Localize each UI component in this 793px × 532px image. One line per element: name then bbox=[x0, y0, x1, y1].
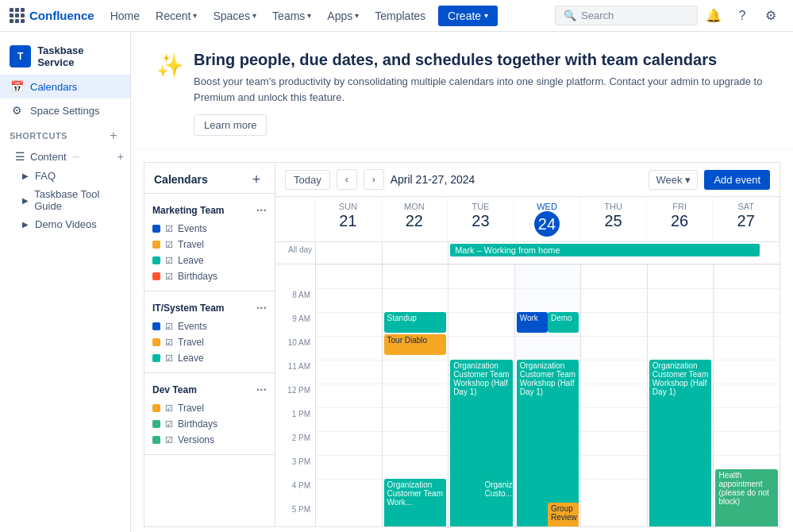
top-navigation: Confluence Home Recent ▾ Spaces ▾ Teams … bbox=[0, 0, 793, 32]
cal-item-marketing-events[interactable]: ☑ Events bbox=[144, 221, 275, 237]
nav-apps[interactable]: Apps ▾ bbox=[321, 6, 365, 25]
calendar-body-scroll[interactable]: 8 AM 9 AM 10 AM 11 AM 12 PM 1 PM 2 PM 3 … bbox=[275, 264, 780, 526]
nav-recent[interactable]: Recent ▾ bbox=[149, 6, 203, 25]
space-logo: T bbox=[10, 45, 31, 67]
day-col-tue[interactable]: Organization Customer Team Workshop (Hal… bbox=[448, 264, 514, 526]
cal-item-marketing-birthdays[interactable]: ☑ Birthdays bbox=[144, 268, 275, 284]
date-range-label: April 21-27, 2024 bbox=[391, 173, 643, 186]
calendar-main: Today ‹ › April 21-27, 2024 Week ▾ Add e… bbox=[275, 162, 780, 527]
time-column: 8 AM 9 AM 10 AM 11 AM 12 PM 1 PM 2 PM 3 … bbox=[275, 264, 315, 526]
event-work[interactable]: Work bbox=[517, 312, 548, 333]
it-events-dot bbox=[152, 322, 160, 330]
sidebar-item-calendars[interactable]: 📅 Calendars bbox=[0, 75, 130, 98]
search-bar[interactable]: 🔍 Search bbox=[555, 6, 698, 25]
it-leave-dot bbox=[152, 354, 160, 362]
cal-item-dev-versions[interactable]: ☑ Versions bbox=[144, 432, 275, 448]
birthdays-color-dot bbox=[152, 272, 160, 280]
nav-spaces[interactable]: Spaces ▾ bbox=[206, 6, 263, 25]
day-col-sun[interactable] bbox=[315, 264, 382, 526]
event-org-workshop-fri[interactable]: Organization Customer Team Workshop (Hal… bbox=[649, 360, 712, 526]
dev-team-more-icon[interactable]: ··· bbox=[256, 383, 267, 397]
nav-templates[interactable]: Templates bbox=[368, 6, 432, 25]
cal-item-label: Leave bbox=[178, 255, 204, 266]
checkbox-icon: ☑ bbox=[165, 403, 173, 414]
settings-button[interactable]: ⚙ bbox=[758, 3, 783, 29]
day-col-fri[interactable]: Organization Customer Team Workshop (Hal… bbox=[647, 264, 714, 526]
time-9am: 9 AM bbox=[275, 312, 315, 336]
checkbox-icon: ☑ bbox=[165, 419, 173, 430]
cal-item-it-travel[interactable]: ☑ Travel bbox=[144, 334, 275, 350]
nav-teams[interactable]: Teams ▾ bbox=[266, 6, 318, 25]
event-health-appointment[interactable]: Health appointment (please do not block) bbox=[715, 469, 778, 526]
prev-week-button[interactable]: ‹ bbox=[337, 169, 357, 190]
event-org-workshop-mon[interactable]: Organization Customer Team Work... bbox=[384, 479, 447, 526]
events-color-dot bbox=[152, 225, 160, 233]
dev-birthdays-dot bbox=[152, 420, 160, 428]
event-standup[interactable]: Standup bbox=[384, 312, 447, 333]
cal-item-marketing-travel[interactable]: ☑ Travel bbox=[144, 237, 275, 253]
time-corner bbox=[275, 197, 315, 241]
promo-content: Bring people, due dates, and schedules t… bbox=[194, 51, 768, 136]
day-col-wed[interactable]: Work Demo Organization Customer Team Wor… bbox=[514, 264, 581, 526]
event-org-workshop-wed[interactable]: Organization Customer Team Workshop (Hal… bbox=[517, 360, 579, 526]
app-layout: T Taskbase Service 📅 Calendars ⚙ Space S… bbox=[0, 32, 793, 532]
all-day-cell-sun bbox=[315, 242, 382, 264]
event-title: Group Review bbox=[551, 504, 577, 522]
marketing-team-more-icon[interactable]: ··· bbox=[256, 203, 267, 218]
it-system-team-group: IT/System Team ··· ☑ Events ☑ Travel bbox=[144, 291, 275, 373]
marketing-team-header: Marketing Team ··· bbox=[144, 200, 275, 221]
time-1pm: 1 PM bbox=[275, 407, 315, 431]
cal-item-dev-birthdays[interactable]: ☑ Birthdays bbox=[144, 416, 275, 432]
learn-more-button[interactable]: Learn more bbox=[194, 114, 267, 136]
cal-item-marketing-leave[interactable]: ☑ Leave bbox=[144, 253, 275, 268]
add-calendar-button[interactable]: + bbox=[248, 171, 265, 188]
add-event-button[interactable]: Add event bbox=[704, 170, 770, 190]
week-view-button[interactable]: Week ▾ bbox=[649, 170, 698, 190]
time-2pm: 2 PM bbox=[275, 431, 315, 455]
sidebar-item-taskbase-tool-guide[interactable]: ▶ Taskbase Tool Guide bbox=[0, 185, 130, 215]
event-demo[interactable]: Demo bbox=[548, 312, 579, 333]
sidebar-item-demo-videos[interactable]: ▶ Demo Videos bbox=[0, 215, 130, 233]
calendar-area: Calendars + Marketing Team ··· ☑ Events bbox=[131, 149, 793, 532]
cal-item-dev-travel[interactable]: ☑ Travel bbox=[144, 400, 275, 416]
logo[interactable]: Confluence bbox=[10, 8, 94, 23]
time-12pm: 12 PM bbox=[275, 384, 315, 407]
cal-item-it-events[interactable]: ☑ Events bbox=[144, 318, 275, 334]
create-button[interactable]: Create ▾ bbox=[438, 6, 498, 26]
all-day-cell-tue: Mark – Working from home bbox=[448, 242, 780, 264]
calendar-sidebar: Calendars + Marketing Team ··· ☑ Events bbox=[144, 162, 275, 527]
cal-item-label: Travel bbox=[178, 239, 204, 250]
day-col-mon[interactable]: Standup Tour Diablo Organization Custome… bbox=[382, 264, 448, 526]
cal-item-label: Birthdays bbox=[178, 418, 217, 430]
sidebar-space-header[interactable]: T Taskbase Service bbox=[0, 38, 130, 75]
leave-color-dot bbox=[152, 256, 160, 264]
time-4pm: 4 PM bbox=[275, 479, 315, 503]
day-col-thu[interactable] bbox=[580, 264, 647, 526]
content-more-icon: ··· bbox=[73, 152, 79, 161]
nav-home[interactable]: Home bbox=[104, 6, 146, 25]
checkbox-icon: ☑ bbox=[165, 224, 173, 234]
cal-item-label: Birthdays bbox=[178, 271, 217, 282]
event-org-custo-tue[interactable]: Organization Custo... bbox=[481, 479, 512, 526]
promo-description: Boost your team's productivity by consol… bbox=[194, 74, 768, 105]
help-button[interactable]: ? bbox=[729, 3, 755, 29]
today-button[interactable]: Today bbox=[285, 170, 330, 190]
cal-item-it-leave[interactable]: ☑ Leave bbox=[144, 350, 275, 366]
search-placeholder: Search bbox=[581, 10, 614, 21]
all-day-event-mark[interactable]: Mark – Working from home bbox=[450, 244, 760, 256]
event-tour-diablo[interactable]: Tour Diablo bbox=[384, 334, 447, 355]
all-day-cell-mon bbox=[382, 242, 448, 264]
sidebar-item-space-settings[interactable]: ⚙ Space Settings bbox=[0, 98, 130, 122]
checkbox-icon: ☑ bbox=[165, 337, 173, 348]
add-shortcut-button[interactable]: + bbox=[106, 129, 121, 143]
time-5pm: 5 PM bbox=[275, 503, 315, 526]
day-col-sat[interactable]: Health appointment (please do not block) bbox=[713, 264, 780, 526]
sidebar-item-faq[interactable]: ▶ FAQ bbox=[0, 167, 130, 185]
next-week-button[interactable]: › bbox=[364, 169, 384, 190]
event-group-review[interactable]: Group Review bbox=[548, 503, 579, 526]
notifications-button[interactable]: 🔔 bbox=[701, 3, 726, 29]
add-content-icon[interactable]: + bbox=[117, 150, 124, 163]
it-team-more-icon[interactable]: ··· bbox=[256, 301, 267, 315]
event-title: Demo bbox=[551, 314, 572, 322]
sidebar-item-content[interactable]: ☰ Content ··· + bbox=[0, 146, 130, 167]
